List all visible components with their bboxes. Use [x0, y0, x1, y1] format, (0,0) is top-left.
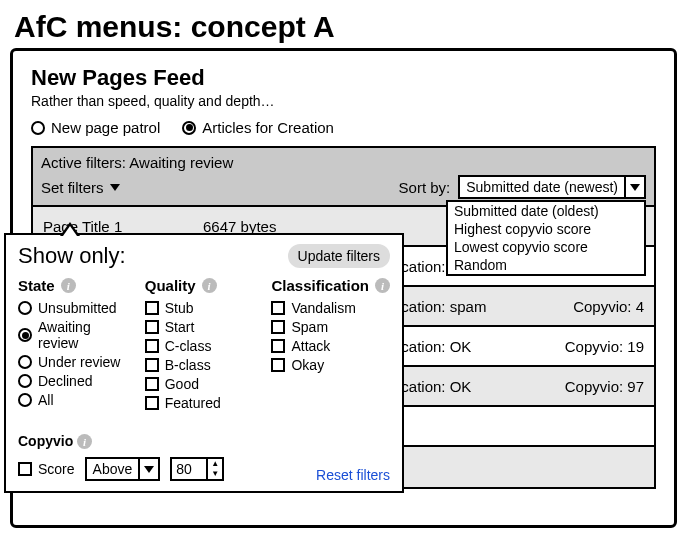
- state-option-all[interactable]: All: [18, 392, 127, 408]
- row-copyvio: Copyvio: 97: [534, 378, 644, 395]
- classification-option-okay[interactable]: Okay: [271, 357, 390, 373]
- sort-dropdown[interactable]: Submitted date (newest): [458, 175, 646, 199]
- view-new-page-patrol[interactable]: New page patrol: [31, 119, 160, 136]
- classification-option-spam[interactable]: Spam: [271, 319, 390, 335]
- dropdown-toggle[interactable]: [140, 459, 158, 479]
- state-option-under-review[interactable]: Under review: [18, 354, 127, 370]
- set-filters-button[interactable]: Set filters: [41, 179, 120, 196]
- sort-option[interactable]: Submitted date (oldest): [448, 202, 644, 220]
- active-filters-prefix: Active filters:: [41, 154, 129, 171]
- show-only-label: Show only:: [18, 243, 126, 269]
- quality-option-start[interactable]: Start: [145, 319, 254, 335]
- checkbox-icon: [145, 358, 159, 372]
- classification-heading: Classification: [271, 277, 369, 294]
- radio-icon: [18, 355, 32, 369]
- spinner: ▲ ▼: [206, 459, 222, 479]
- filter-bar: Active filters: Awaiting review Set filt…: [31, 146, 656, 207]
- copyvio-direction-dropdown[interactable]: Above: [85, 457, 161, 481]
- option-label: B-class: [165, 357, 211, 373]
- row-copyvio: Copyvio: 19: [534, 338, 644, 355]
- checkbox-icon: [145, 320, 159, 334]
- chevron-down-icon: [630, 184, 640, 191]
- quality-option-c-class[interactable]: C-class: [145, 338, 254, 354]
- checkbox-icon: [271, 320, 285, 334]
- update-filters-button[interactable]: Update filters: [288, 244, 390, 268]
- popup-notch: [60, 222, 80, 236]
- info-icon[interactable]: i: [61, 278, 76, 293]
- sort-option[interactable]: Lowest copyvio score: [448, 238, 644, 256]
- view-articles-for-creation[interactable]: Articles for Creation: [182, 119, 334, 136]
- sort-menu: Submitted date (oldest) Highest copyvio …: [446, 200, 646, 276]
- row-bytes: 6647 bytes: [203, 218, 323, 235]
- radio-icon: [18, 374, 32, 388]
- checkbox-icon: [271, 339, 285, 353]
- classification-option-vandalism[interactable]: Vandalism: [271, 300, 390, 316]
- option-label: Spam: [291, 319, 328, 335]
- copyvio-value-input[interactable]: ▲ ▼: [170, 457, 224, 481]
- sort-option[interactable]: Highest copyvio score: [448, 220, 644, 238]
- radio-icon: [18, 393, 32, 407]
- option-label: Awaiting review: [38, 319, 127, 351]
- checkbox-icon: [145, 377, 159, 391]
- option-label: All: [38, 392, 54, 408]
- option-label: Stub: [165, 300, 194, 316]
- active-filters-line: Active filters: Awaiting review: [41, 154, 646, 171]
- checkbox-icon: [145, 339, 159, 353]
- radio-icon: [182, 121, 196, 135]
- row-copyvio: Copyvio: 4: [534, 298, 644, 315]
- chevron-down-icon: [110, 184, 120, 191]
- checkbox-icon: [145, 396, 159, 410]
- view-switcher: New page patrol Articles for Creation: [31, 119, 656, 136]
- info-icon[interactable]: i: [77, 434, 92, 449]
- radio-label: New page patrol: [51, 119, 160, 136]
- state-option-declined[interactable]: Declined: [18, 373, 127, 389]
- set-filters-label: Set filters: [41, 179, 104, 196]
- state-option-awaiting-review[interactable]: Awaiting review: [18, 319, 127, 351]
- radio-icon: [31, 121, 45, 135]
- checkbox-icon: [271, 301, 285, 315]
- quality-option-stub[interactable]: Stub: [145, 300, 254, 316]
- checkbox-icon: [271, 358, 285, 372]
- state-option-unsubmitted[interactable]: Unsubmitted: [18, 300, 127, 316]
- quality-option-b-class[interactable]: B-class: [145, 357, 254, 373]
- radio-icon: [18, 301, 32, 315]
- option-label: Start: [165, 319, 195, 335]
- sort-by-label: Sort by:: [399, 179, 451, 196]
- option-label: Declined: [38, 373, 92, 389]
- option-label: Good: [165, 376, 199, 392]
- quality-option-featured[interactable]: Featured: [145, 395, 254, 411]
- copyvio-value-field[interactable]: [172, 459, 206, 479]
- classification-option-attack[interactable]: Attack: [271, 338, 390, 354]
- quality-heading: Quality: [145, 277, 196, 294]
- sort-selected: Submitted date (newest): [460, 177, 626, 197]
- copyvio-heading: Copyvio: [18, 433, 73, 449]
- option-label: Vandalism: [291, 300, 355, 316]
- feed-subheading: Rather than speed, quality and depth…: [31, 93, 656, 109]
- option-label: Score: [38, 461, 75, 477]
- option-label: Unsubmitted: [38, 300, 117, 316]
- checkbox-icon: [18, 462, 32, 476]
- option-label: Okay: [291, 357, 324, 373]
- info-icon[interactable]: i: [202, 278, 217, 293]
- reset-filters-link[interactable]: Reset filters: [316, 467, 390, 483]
- radio-label: Articles for Creation: [202, 119, 334, 136]
- quality-column: Quality i Stub Start C-class B-class Goo…: [145, 277, 254, 414]
- option-label: C-class: [165, 338, 212, 354]
- classification-column: Classification i Vandalism Spam Attack O…: [271, 277, 390, 414]
- state-column: State i Unsubmitted Awaiting review Unde…: [18, 277, 127, 414]
- radio-icon: [18, 328, 32, 342]
- option-label: Under review: [38, 354, 120, 370]
- filters-popup: Show only: Update filters State i Unsubm…: [4, 233, 404, 493]
- copyvio-score-checkbox[interactable]: Score: [18, 461, 75, 477]
- option-label: Attack: [291, 338, 330, 354]
- sort-option[interactable]: Random: [448, 256, 644, 274]
- spinner-up[interactable]: ▲: [208, 459, 222, 469]
- quality-option-good[interactable]: Good: [145, 376, 254, 392]
- dropdown-toggle[interactable]: [626, 177, 644, 197]
- info-icon[interactable]: i: [375, 278, 390, 293]
- checkbox-icon: [145, 301, 159, 315]
- chevron-down-icon: [144, 466, 154, 473]
- spinner-down[interactable]: ▼: [208, 469, 222, 479]
- page-title: AfC menus: concept A: [14, 10, 677, 44]
- active-filters-value: Awaiting review: [129, 154, 233, 171]
